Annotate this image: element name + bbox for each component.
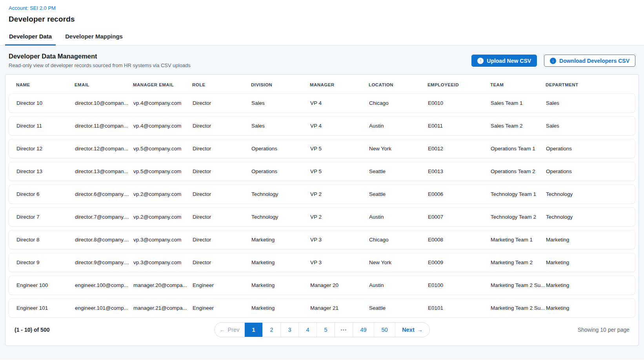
cell-role: Director [193,168,251,174]
cell-role: Director [193,237,251,243]
tab-bar: Developer Data Developer Mappings [0,28,644,46]
cell-manager: VP 4 [310,123,369,129]
cell-department: Marketing [546,259,635,265]
cell-employeeid: E0009 [428,259,491,265]
cell-division: Marketing [251,305,310,311]
upload-new-csv-button[interactable]: ↑ Upload New CSV [471,55,537,67]
cell-name: Director 9 [16,259,75,265]
next-page-button[interactable]: Next → [395,323,429,337]
page-button-50[interactable]: 50 [374,323,395,337]
cell-manager-email: vp.2@company.com [133,191,193,197]
csv-actions: ↑ Upload New CSV ↓ Download Developers C… [471,55,635,67]
cell-employeeid: E0100 [428,282,491,288]
cell-email: director.7@company.... [75,214,133,220]
table-row[interactable]: Director 8director.8@company....vp.3@com… [9,230,635,249]
cell-employeeid: E0012 [428,146,491,152]
column-header-email: EMAIL [75,82,133,87]
cell-department: Technology [546,214,635,220]
cell-role: Director [193,100,251,106]
cell-employeeid: E0006 [428,191,491,197]
prev-page-button[interactable]: ← Prev [215,323,244,337]
cell-team: Marketing Team 2 Su... [491,305,546,311]
cell-division: Marketing [251,237,310,243]
column-header-team: TEAM [490,82,546,87]
cell-email: director.11@compan... [75,123,133,129]
cell-role: Engineer [193,282,251,288]
download-developers-csv-button[interactable]: ↓ Download Developers CSV [544,55,635,67]
section-titles: Developer Data Management Read-only view… [9,53,191,68]
cell-name: Director 13 [16,168,75,174]
page-button-49[interactable]: 49 [353,323,374,337]
upload-icon: ↑ [477,58,484,64]
cell-division: Operations [251,168,310,174]
cell-division: Technology [251,214,310,220]
tab-developer-data[interactable]: Developer Data [5,28,56,45]
cell-team: Marketing Team 1 [491,237,546,243]
cell-role: Engineer [193,305,251,311]
page-button-5[interactable]: 5 [317,323,335,337]
cell-team: Technology Team 2 [491,214,546,220]
tab-developer-mappings[interactable]: Developer Mappings [61,28,127,45]
cell-manager-email: vp.3@company.com [133,259,193,265]
page-button-2[interactable]: 2 [262,323,280,337]
table-row[interactable]: Director 10director.10@compan...vp.4@com… [9,93,635,113]
cell-department: Sales [546,100,635,106]
cell-name: Director 8 [16,237,75,243]
page-button-4[interactable]: 4 [298,323,317,337]
column-header-division: DIVISION [251,82,310,87]
cell-name: Engineer 101 [16,305,75,311]
download-icon: ↓ [550,58,556,64]
cell-department: Operations [546,168,635,174]
cell-department: Technology [546,191,635,197]
table-row[interactable]: Director 9director.9@company....vp.3@com… [9,253,635,272]
arrow-left-icon: ← [220,327,225,333]
table-row[interactable]: Director 7director.7@company....vp.2@com… [9,207,635,227]
cell-employeeid: E0101 [428,305,491,311]
cell-team: Sales Team 1 [491,100,546,106]
account-breadcrumb-link[interactable]: Account: SEI 2.0 PM [9,5,56,11]
developer-data-table: NAMEEMAILMANAGER EMAILROLEDIVISIONMANAGE… [5,74,639,346]
content-area: Developer Data Management Read-only view… [0,46,644,360]
cell-role: Director [193,214,251,220]
cell-name: Director 6 [16,191,75,197]
cell-name: Director 7 [16,214,75,220]
table-row[interactable]: Director 12director.12@compan...vp.5@com… [9,139,635,158]
page-button-1[interactable]: 1 [244,323,262,337]
table-body: Director 10director.10@compan...vp.4@com… [5,93,639,318]
cell-role: Director [193,123,251,129]
cell-team: Technology Team 1 [491,191,546,197]
cell-manager: Manager 20 [310,282,369,288]
cell-employeeid: E0011 [428,123,491,129]
cell-employeeid: E0010 [428,100,491,106]
cell-manager: VP 3 [310,259,369,265]
cell-name: Director 12 [16,146,75,152]
table-row[interactable]: Director 13director.13@compan...vp.5@com… [9,162,635,181]
table-row[interactable]: Director 11director.11@compan...vp.4@com… [9,116,635,135]
cell-team: Operations Team 1 [491,146,546,152]
column-header-manager-email: MANAGER EMAIL [133,82,192,87]
table-header-row: NAMEEMAILMANAGER EMAILROLEDIVISIONMANAGE… [5,75,639,93]
page-button-3[interactable]: 3 [280,323,298,337]
cell-manager: VP 3 [310,237,369,243]
column-header-manager: MANAGER [310,82,369,87]
cell-manager-email: vp.3@company.com [133,237,193,243]
cell-location: Seattle [369,168,428,174]
table-row[interactable]: Engineer 100engineer.100@comp...manager.… [9,276,635,295]
cell-department: Marketing [546,237,635,243]
cell-email: director.8@company.... [75,237,133,243]
cell-manager-email: vp.4@company.com [133,100,193,106]
next-label: Next [402,327,414,333]
table-row[interactable]: Engineer 101engineer.101@comp...manager.… [9,298,635,318]
cell-manager: VP 4 [310,100,369,106]
table-footer: (1 - 10) of 500 ← Prev 12345•••4950 Next… [5,318,639,346]
page-ellipsis: ••• [335,323,353,337]
cell-location: Chicago [369,100,428,106]
pagination-range-label: (1 - 10) of 500 [15,327,214,333]
column-header-role: ROLE [192,82,251,87]
section-subtitle: Read-only view of developer records sour… [9,62,191,68]
cell-name: Engineer 100 [16,282,75,288]
cell-manager: VP 2 [310,191,369,197]
table-row[interactable]: Director 6director.6@company....vp.2@com… [9,185,635,204]
cell-division: Technology [251,191,310,197]
cell-department: Operations [546,146,635,152]
